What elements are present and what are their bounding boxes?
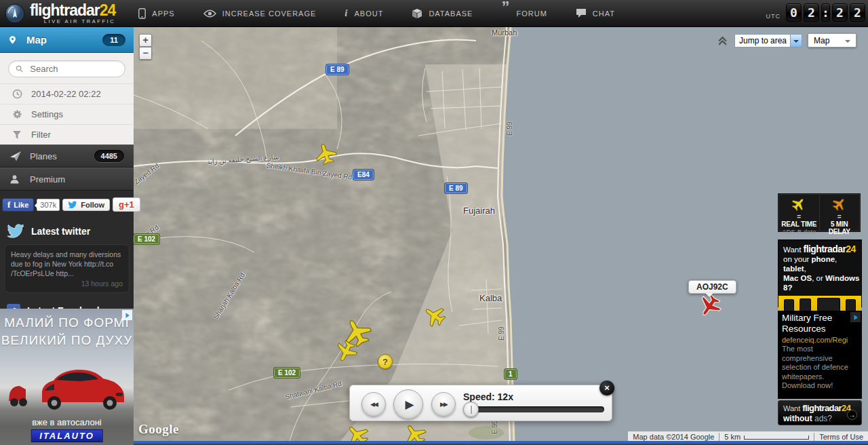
utc-label: UTC (766, 13, 781, 20)
unknown-aircraft-marker[interactable]: ? (378, 354, 393, 369)
adsb-legend: = REAL TIME ADS-B data (779, 195, 819, 231)
clock-digit: 0 (786, 3, 802, 22)
flightradar24-logo[interactable]: flightradar24 LIVE AIR TRAFFIC (4, 3, 115, 24)
ad-headline: МАЛИЙ ПО ФОРМІ (0, 315, 134, 330)
map-copyright: Map data ©2014 Google (628, 433, 719, 441)
ad-subline: вже в автосалоні (0, 417, 134, 427)
nav-apps[interactable]: APPS (138, 8, 174, 19)
military-text-ad[interactable]: Military Free Resources defenceiq.com/Re… (778, 311, 862, 399)
phone-icon (138, 8, 146, 19)
facebook-icon: f (7, 201, 10, 208)
twitter-follow-button[interactable]: Follow (62, 199, 110, 211)
tweet-timestamp: 13 hours ago (11, 279, 123, 288)
brand-name: flightradar24 (30, 3, 115, 18)
ad-brand-logo: ITALAUTO (31, 429, 103, 442)
clock-digit: 2 (832, 3, 848, 22)
zoom-in-button[interactable]: + (139, 34, 152, 47)
terms-of-use-link[interactable]: Terms of Use (814, 433, 868, 441)
clock-digit: 2 (804, 3, 819, 22)
map-pin-icon (8, 35, 17, 45)
facebook-like-button[interactable]: fLike (2, 198, 34, 212)
sidebar: Map 11 2014-02-22 02:22 Settings Filter (0, 27, 134, 445)
search-icon (16, 64, 23, 73)
car-image (0, 351, 134, 419)
rewind-button[interactable]: ◀◀ (361, 392, 386, 417)
google-watermark[interactable]: Google (138, 422, 179, 437)
collapse-panel-button[interactable] (717, 36, 728, 48)
sidebar-item-settings[interactable]: Settings (0, 104, 134, 124)
main-nav: APPS INCREASE COVERAGE i ABOUT DATABASE … (138, 7, 644, 19)
gplus-button[interactable]: g+1 (113, 197, 140, 212)
nav-database[interactable]: DATABASE (412, 8, 473, 19)
playback-bar: × ◀◀ ▶ ▶▶ Speed: 12x (349, 385, 612, 421)
ad-link[interactable]: defenceiq.com/Regi (782, 336, 858, 344)
sidebar-item-planes[interactable]: Planes 4485 (0, 144, 134, 168)
playback-speed-label: Speed: 12x (463, 391, 513, 402)
search-box[interactable] (8, 60, 125, 77)
chevron-down-icon (790, 35, 802, 47)
database-icon (412, 8, 422, 19)
like-count: 307k (37, 199, 60, 211)
zoom-out-button[interactable]: − (139, 47, 152, 60)
playback-slider-track[interactable] (464, 406, 604, 412)
jump-to-area-select[interactable]: Jump to area (734, 34, 802, 47)
arrow-right-icon: → (847, 410, 857, 420)
remove-ads-banner[interactable]: Want flightradar24 without ads? → (778, 400, 862, 425)
twitter-icon (68, 201, 77, 209)
aircraft-callsign-tooltip[interactable]: AOJ92C (688, 280, 736, 294)
sidebar-advertisement[interactable]: МАЛИЙ ПО ФОРМІ ВЕЛИКИЙ ПО ДУХУ вже в авт… (0, 309, 134, 445)
sidebar-item-premium[interactable]: Premium (0, 168, 134, 191)
person-icon (9, 174, 22, 185)
nav-about[interactable]: i ABOUT (344, 7, 383, 19)
search-input[interactable] (28, 63, 118, 75)
latest-twitter-header: Latest twitter (0, 217, 134, 243)
close-playback-button[interactable]: × (599, 381, 614, 395)
flightradar24-app: flightradar24 LIVE AIR TRAFFIC APPS INCR… (0, 0, 868, 445)
yellow-plane-icon (790, 196, 808, 212)
map-panel-badge: 11 (102, 34, 125, 46)
sidebar-item-filter[interactable]: Filter (0, 124, 134, 144)
info-icon: i (344, 7, 348, 19)
clock-digit: 2 (850, 3, 865, 22)
gear-icon (12, 109, 22, 119)
map-type-button[interactable]: Map (808, 33, 856, 47)
faa-legend: = 5 MIN DELAY FAA data (820, 195, 860, 231)
planes-count-badge: 4485 (94, 150, 124, 162)
eye-icon (203, 9, 216, 18)
chat-bubble-icon (576, 8, 587, 18)
nav-forum[interactable]: ” FORUM (501, 9, 547, 18)
adchoices-icon[interactable] (122, 310, 132, 320)
latest-tweet[interactable]: Heavy delays and many diversions due to … (4, 244, 130, 293)
chevron-down-icon (845, 40, 850, 43)
fast-forward-button[interactable]: ▶▶ (431, 392, 456, 417)
twitter-bird-icon (7, 224, 24, 239)
orange-plane-icon (831, 196, 848, 212)
sidebar-map-panel-header[interactable]: Map 11 (0, 27, 134, 53)
adchoices-icon[interactable] (850, 312, 861, 322)
social-bar: fLike 307k Follow g+1 (0, 191, 134, 217)
paper-plane-icon (9, 151, 22, 161)
map-panel-title: Map (26, 34, 47, 45)
brand-tagline: LIVE AIR TRAFFIC (30, 19, 115, 24)
play-button[interactable]: ▶ (393, 389, 423, 419)
clock-colon: : (821, 3, 830, 22)
app-promo-ad[interactable]: Want flightradar24 on your phone, tablet… (778, 239, 862, 307)
nav-chat[interactable]: CHAT (576, 8, 615, 18)
map-attribution-bar: Map data ©2014 Google 5 km Terms of Use (628, 431, 868, 442)
map-canvas[interactable] (134, 27, 868, 445)
data-source-legend[interactable]: = REAL TIME ADS-B data = 5 MIN DELAY FAA… (778, 193, 861, 232)
radar-icon (4, 3, 26, 24)
clock-icon (12, 89, 22, 99)
ad-headline: ВЕЛИКИЙ ПО ДУХУ (0, 333, 134, 348)
utc-clock: UTC 0 2 : 2 2 (766, 3, 866, 22)
playback-slider-handle[interactable] (463, 402, 479, 417)
quotes-icon: ” (501, 7, 510, 14)
top-nav: flightradar24 LIVE AIR TRAFFIC APPS INCR… (0, 0, 868, 27)
scale-bar (744, 436, 809, 440)
scale-control: 5 km (719, 433, 814, 441)
filter-icon (12, 130, 22, 140)
nav-increase-coverage[interactable]: INCREASE COVERAGE (203, 9, 317, 18)
map-area: MurbahFujairahKalbaZayed Rdشارع الشيخ خل… (134, 27, 868, 445)
sidebar-item-datetime[interactable]: 2014-02-22 02:22 (0, 83, 134, 104)
